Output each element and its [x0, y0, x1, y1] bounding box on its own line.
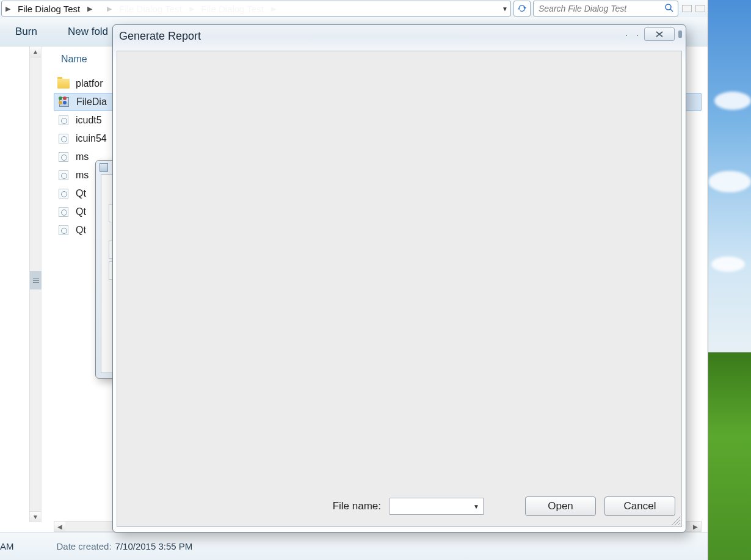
- file-name-bar: File name: ▼ Open Cancel: [117, 492, 681, 520]
- status-value: 7/10/2015 3:55 PM: [115, 541, 193, 551]
- system-tray-icons: [680, 0, 708, 17]
- app-icon: [100, 163, 108, 172]
- file-name: icuin54: [76, 133, 107, 144]
- dll-icon: [57, 206, 70, 218]
- resize-grip-icon[interactable]: [672, 517, 680, 525]
- dll-icon: [57, 169, 70, 181]
- status-label: Date created:: [57, 541, 112, 551]
- scroll-up-icon[interactable]: ▲: [30, 46, 41, 57]
- cancel-button[interactable]: Cancel: [604, 496, 675, 516]
- close-icon: [654, 31, 665, 38]
- search-box[interactable]: [533, 1, 678, 16]
- file-name-combobox[interactable]: ▼: [390, 498, 484, 515]
- dialog-body: File name: ▼ Open Cancel: [117, 51, 682, 527]
- refresh-button[interactable]: [513, 1, 531, 16]
- breadcrumb-bar[interactable]: ▶ File Dialog Test ▶ ▶ File Dialog Test …: [1, 1, 511, 16]
- folder-icon: [57, 78, 70, 90]
- dll-icon: [57, 151, 70, 163]
- scroll-left-icon[interactable]: ◀: [54, 522, 65, 531]
- tray-icon[interactable]: [682, 5, 692, 12]
- chevron-down-icon: ▼: [473, 503, 479, 510]
- file-name: ms: [76, 170, 89, 181]
- dialog-title: Generate Report: [119, 30, 201, 43]
- chevron-right-icon: ▶: [84, 5, 96, 13]
- search-icon[interactable]: [664, 3, 674, 15]
- open-button[interactable]: Open: [525, 496, 596, 516]
- breadcrumb-item[interactable]: File Dialog Test: [14, 4, 84, 14]
- dll-icon: [57, 133, 70, 145]
- file-name: Qt: [76, 225, 86, 236]
- breadcrumb-item-faded: File Dialog Test: [115, 4, 185, 14]
- svg-point-0: [666, 4, 671, 10]
- dll-icon: [57, 187, 70, 200]
- svg-rect-2: [678, 31, 682, 38]
- maximize-hint-icon: ·: [633, 27, 642, 41]
- scroll-right-icon[interactable]: ▶: [690, 522, 701, 531]
- tray-icon[interactable]: [695, 5, 705, 12]
- status-time-fragment: AM: [0, 541, 14, 551]
- chevron-right-icon: ▶: [267, 5, 280, 13]
- address-bar-row: ▶ File Dialog Test ▶ ▶ File Dialog Test …: [0, 0, 708, 17]
- navigation-pane: ▲ ▼: [0, 46, 42, 522]
- generate-report-dialog: Generate Report · · File name: ▼ Open Ca…: [112, 24, 686, 533]
- file-name: platfor: [76, 78, 103, 89]
- nav-scrollbar[interactable]: ▲ ▼: [29, 46, 41, 522]
- address-dropdown-icon[interactable]: ▼: [499, 5, 510, 12]
- file-name: ms: [76, 151, 89, 162]
- status-bar: AM Date created: 7/10/2015 3:55 PM: [0, 532, 708, 560]
- file-name: Qt: [76, 206, 86, 217]
- file-name: FileDia: [76, 96, 107, 107]
- search-input[interactable]: [537, 3, 664, 14]
- file-name: Qt: [76, 188, 86, 199]
- scroll-down-icon[interactable]: ▼: [30, 511, 41, 522]
- new-folder-button[interactable]: New fold: [68, 26, 108, 38]
- file-name-label: File name:: [333, 500, 381, 512]
- dll-icon: [57, 114, 70, 126]
- application-icon: [58, 96, 70, 108]
- desktop-wallpaper: [708, 0, 751, 560]
- scroll-thumb[interactable]: [30, 271, 42, 289]
- chevron-right-icon: ▶: [186, 5, 198, 13]
- minimize-hint-icon: ·: [622, 27, 631, 41]
- burn-button[interactable]: Burn: [15, 26, 37, 38]
- chevron-right-icon: ▶: [103, 5, 115, 13]
- file-name: icudt5: [76, 115, 102, 126]
- breadcrumb-item-faded: File Dialog Test: [198, 4, 267, 14]
- window-buttons: · ·: [622, 27, 683, 41]
- close-button[interactable]: [644, 27, 675, 41]
- svg-line-1: [670, 9, 673, 12]
- dll-icon: [57, 224, 70, 236]
- refresh-icon: [517, 4, 527, 13]
- window-grip-icon: [677, 27, 683, 41]
- chevron-right-icon: ▶: [2, 5, 14, 13]
